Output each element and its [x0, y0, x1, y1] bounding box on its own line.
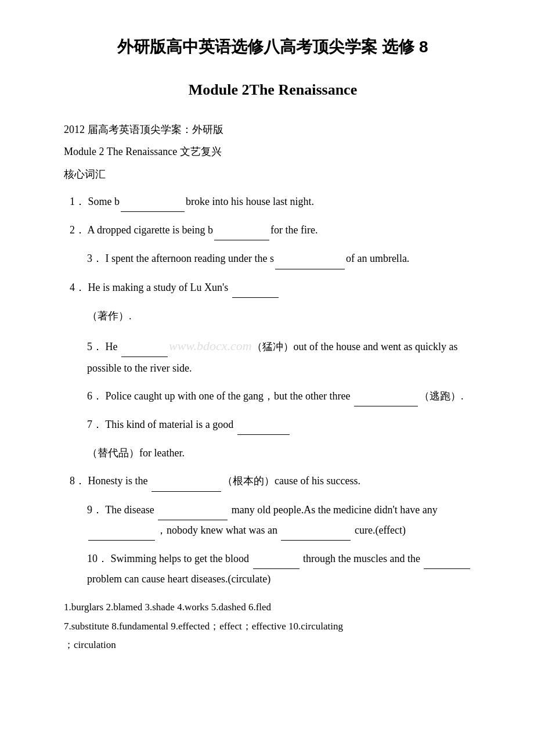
q1-text-before: Some b — [88, 196, 120, 207]
question-10: 10． Swimming helps to get the blood thro… — [87, 549, 488, 589]
q9-text-mid1: many old people.As the medicine didn't h… — [229, 504, 438, 516]
question-4-cont: （著作）. — [87, 306, 488, 326]
q1-num: 1． — [70, 196, 85, 207]
q10-blank2 — [424, 549, 470, 569]
q6-text-before: Police caught up with one of the gang，bu… — [106, 390, 353, 402]
q3-num: 3． — [87, 253, 103, 264]
main-title: 外研版高中英语选修八高考顶尖学案 选修 8 — [58, 35, 488, 59]
module-line: Module 2 The Renaissance 文艺复兴 — [64, 142, 488, 161]
intro-line: 2012 届高考英语顶尖学案：外研版 — [64, 120, 488, 139]
q8-blank — [151, 471, 221, 491]
q5-blank — [121, 337, 168, 357]
q10-blank1 — [253, 549, 300, 569]
q8-text-after: （根本的）cause of his success. — [222, 475, 360, 487]
q7-text-before: This kind of material is a good — [105, 419, 236, 430]
q9-text-before: The disease — [105, 504, 157, 516]
q8-text-before: Honesty is the — [88, 475, 151, 487]
q4-num: 4． — [70, 282, 85, 293]
question-9: 9． The disease many old people.As the me… — [87, 500, 488, 541]
q9-num: 9． — [87, 504, 103, 516]
q3-blank — [275, 249, 345, 269]
q10-num: 10． — [87, 553, 108, 564]
q4-text-before: He is making a study of Lu Xun's — [88, 282, 231, 293]
q9-text-after: cure.(effect) — [352, 524, 406, 536]
q6-num: 6． — [87, 390, 103, 402]
question-6: 6． Police caught up with one of the gang… — [87, 386, 488, 406]
q2-text-after: for the fire. — [270, 224, 317, 236]
q9-blank2 — [88, 520, 155, 541]
q6-text-after: （逃跑）. — [419, 390, 464, 402]
vocab-header: 核心词汇 — [64, 165, 488, 183]
q2-text-before: A dropped cigarette is being b — [88, 224, 213, 236]
question-2: 2． A dropped cigarette is being b for th… — [70, 220, 488, 240]
watermark: www.bdocx.com — [169, 339, 252, 353]
answers-section: 1.burglars 2.blamed 3.shade 4.works 5.da… — [64, 598, 488, 654]
q5-text-before: He — [106, 341, 121, 352]
q7-blank — [237, 415, 290, 435]
q1-blank — [121, 192, 185, 212]
question-1: 1． Some b broke into his house last nigh… — [70, 192, 488, 212]
q3-text-before: I spent the afternoon reading under the … — [106, 253, 274, 264]
q2-blank — [214, 220, 269, 240]
q2-num: 2． — [70, 224, 85, 236]
q1-text-after: broke into his house last night. — [186, 196, 314, 207]
q9-blank3 — [281, 520, 351, 541]
q10-text-before: Swimming helps to get the blood — [111, 553, 252, 564]
q9-blank1 — [158, 500, 228, 520]
q7-cont-text: （替代品）for leather. — [87, 447, 185, 459]
question-5: 5． He www.bdocx.com（猛冲）out of the house … — [87, 334, 488, 378]
answer-line2: 7.substitute 8.fundamental 9.effected；ef… — [64, 617, 488, 636]
question-7-cont: （替代品）for leather. — [87, 443, 488, 463]
subtitle: Module 2The Renaissance — [58, 77, 488, 104]
q5-num: 5． — [87, 341, 103, 352]
answer-line1: 1.burglars 2.blamed 3.shade 4.works 5.da… — [64, 598, 488, 617]
q7-num: 7． — [87, 419, 103, 430]
q4-cont-text: （著作）. — [87, 310, 132, 322]
q3-text-after: of an umbrella. — [346, 253, 409, 264]
q4-blank — [232, 278, 279, 298]
q10-text-after: problem can cause heart diseases.(circul… — [87, 573, 270, 585]
q6-blank — [354, 386, 418, 406]
q9-text-mid2: ，nobody knew what was an — [156, 524, 280, 536]
question-8: 8． Honesty is the （根本的）cause of his succ… — [70, 471, 488, 491]
question-4: 4． He is making a study of Lu Xun's — [70, 278, 488, 298]
answer-line3: ；circulation — [64, 636, 488, 654]
q8-num: 8． — [70, 475, 85, 487]
question-3: 3． I spent the afternoon reading under t… — [87, 249, 488, 269]
question-7: 7． This kind of material is a good — [87, 415, 488, 435]
q10-text-mid: through the muscles and the — [301, 553, 423, 564]
